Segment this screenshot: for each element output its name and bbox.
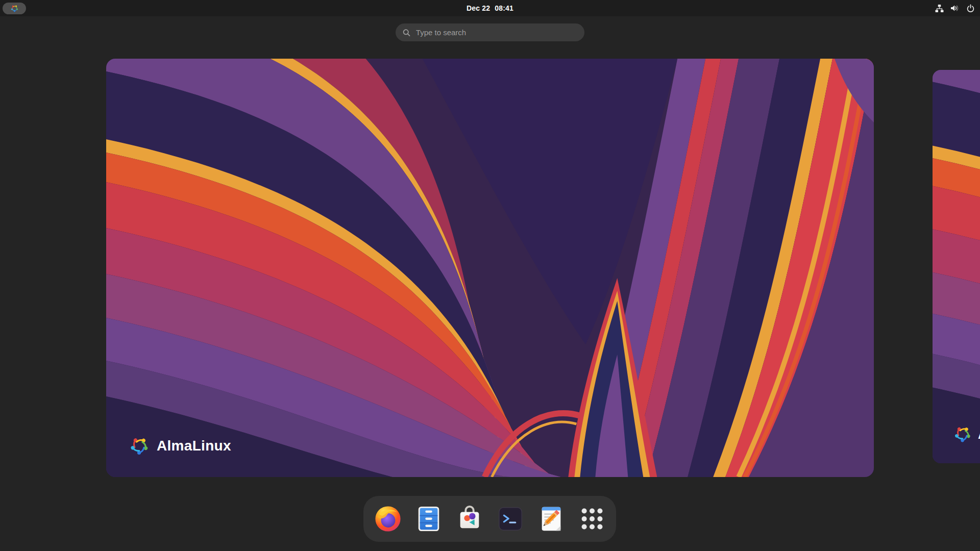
dock-item-software[interactable]	[455, 505, 484, 533]
dock-item-app-grid[interactable]	[578, 505, 606, 533]
dock-item-firefox[interactable]	[374, 505, 402, 533]
wallpaper-brand: AlmaLinux	[129, 435, 231, 457]
network-wired-icon	[935, 4, 944, 13]
almalinux-logo-icon	[10, 4, 19, 13]
volume-icon	[950, 4, 960, 12]
activities-button[interactable]	[3, 3, 26, 14]
almalinux-wallpaper	[933, 70, 980, 463]
workspace-preview-next[interactable]: AlmaLinux	[933, 70, 980, 463]
top-bar: Dec 22 08:41	[0, 0, 980, 16]
files-icon	[415, 505, 443, 533]
wallpaper-brand-text: AlmaLinux	[157, 438, 231, 454]
workspace-preview-current[interactable]: AlmaLinux	[106, 59, 874, 477]
software-icon	[456, 505, 483, 533]
gnome-overview: Dec 22 08:41	[0, 0, 980, 551]
system-status-area[interactable]	[935, 0, 975, 16]
dock-item-terminal[interactable]	[496, 505, 525, 533]
search-input[interactable]	[416, 28, 577, 37]
clock-menu-button[interactable]	[439, 0, 541, 16]
dock-item-files[interactable]	[414, 505, 443, 533]
almalinux-logo-icon	[953, 424, 972, 444]
search-icon	[403, 29, 410, 37]
dash-dock	[363, 496, 616, 542]
firefox-icon	[374, 505, 402, 533]
power-icon	[966, 4, 975, 13]
wallpaper-brand: AlmaLinux	[953, 424, 980, 444]
text-editor-icon	[537, 505, 565, 533]
dock-item-text-editor[interactable]	[537, 505, 566, 533]
almalinux-logo-icon	[129, 435, 150, 457]
app-grid-icon	[578, 505, 606, 533]
search-bar[interactable]	[396, 23, 584, 41]
wallpaper-brand-text: AlmaLinux	[978, 427, 980, 442]
almalinux-wallpaper	[106, 59, 874, 477]
terminal-icon	[497, 505, 524, 533]
